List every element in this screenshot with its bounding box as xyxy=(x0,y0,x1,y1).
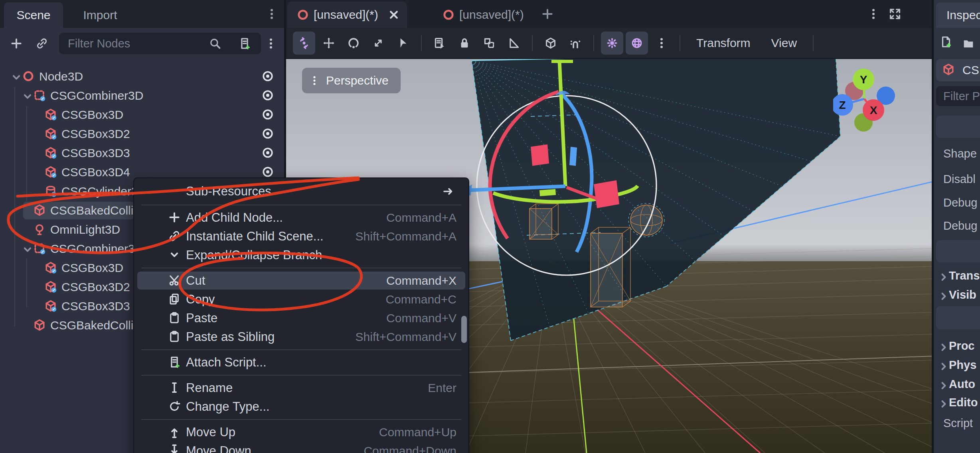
inspector-section-auto[interactable]: Auto xyxy=(934,376,980,392)
menu-item-sub-resources[interactable]: Sub-Resources xyxy=(134,181,468,201)
menu-item-label: Change Type... xyxy=(186,400,270,414)
tree-item-label: CSGBox3D xyxy=(61,261,123,275)
context-menu-scrollbar[interactable] xyxy=(461,316,467,343)
attach-script-toolbar-button[interactable] xyxy=(238,37,252,51)
filter-properties-input[interactable]: Filter P xyxy=(936,86,980,106)
tree-item-csgbox3d3[interactable]: CSGBox3D3 xyxy=(0,144,284,163)
tree-spacer xyxy=(21,224,33,236)
tree-item-csgcombiner3d[interactable]: CSGCombiner3D xyxy=(0,86,284,105)
chevron-right-icon xyxy=(937,270,947,281)
tree-spacer xyxy=(32,262,44,274)
preview-sun-button[interactable] xyxy=(601,32,623,55)
tree-item-csgbox3d[interactable]: CSGBox3D xyxy=(0,105,284,124)
group-node-button[interactable] xyxy=(478,32,500,55)
menu-item-label: Paste as Sibling xyxy=(186,330,275,344)
godot-editor: Scene Import Node3DCSGCombiner3DCSGBox3D… xyxy=(0,0,980,453)
menu-item-paste[interactable]: PasteCommand+V xyxy=(134,309,468,327)
visibility-eye-icon[interactable] xyxy=(261,69,275,84)
menu-transform[interactable]: Transform xyxy=(686,36,761,50)
toolbar-separator xyxy=(593,35,594,51)
chevron-right-icon xyxy=(937,397,947,408)
new-resource-icon[interactable] xyxy=(939,35,957,54)
inspector-section-trans[interactable]: Trans xyxy=(934,267,980,284)
tree-item-label: OmniLight3D xyxy=(50,223,120,236)
arrow-right-icon xyxy=(441,185,455,198)
move-tool-button[interactable] xyxy=(318,32,340,55)
tree-item-csgbox3d2[interactable]: CSGBox3D2 xyxy=(0,124,284,144)
inspector-section-edito[interactable]: Edito xyxy=(934,394,980,411)
tab-import[interactable]: Import xyxy=(70,2,130,28)
menu-item-cut[interactable]: CutCommand+X xyxy=(134,271,468,290)
menu-item-move-down[interactable]: Move DownCommand+Down xyxy=(134,441,468,453)
change-type-icon xyxy=(168,400,182,414)
tree-collapse-icon[interactable] xyxy=(21,243,33,255)
tree-spacer xyxy=(32,300,44,312)
visibility-eye-icon[interactable] xyxy=(261,108,275,122)
tab-scene[interactable]: Scene xyxy=(4,2,63,28)
add-node-button[interactable] xyxy=(10,37,23,50)
inspector-section-visib[interactable]: Visib xyxy=(934,286,980,303)
visibility-eye-icon[interactable] xyxy=(261,127,275,141)
select-mode-button[interactable] xyxy=(429,32,451,55)
filter-nodes-input[interactable] xyxy=(59,33,261,54)
omni-light-icon xyxy=(33,223,47,237)
tree-spacer xyxy=(32,109,44,121)
menu-item-instantiate-child-scene[interactable]: Instantiate Child Scene...Shift+Command+… xyxy=(134,227,468,246)
inspector-section-proc[interactable]: Proc xyxy=(934,337,980,354)
snap-toggle-button[interactable] xyxy=(564,32,587,55)
menu-view[interactable]: View xyxy=(761,36,807,50)
perspective-button[interactable]: Perspective xyxy=(302,68,401,93)
chevron-right-icon xyxy=(937,290,947,300)
lock-node-button[interactable] xyxy=(453,32,476,55)
inspector-property-button[interactable] xyxy=(936,240,980,262)
menu-shortcut: Command+V xyxy=(386,311,456,325)
list-select-tool-button[interactable] xyxy=(392,32,414,55)
visibility-eye-icon[interactable] xyxy=(261,89,275,103)
preview-environment-button[interactable] xyxy=(626,32,648,55)
menu-item-change-type[interactable]: Change Type... xyxy=(134,397,468,416)
menu-item-label: Add Child Node... xyxy=(186,211,283,225)
tree-item-label: CSGBakedCollis xyxy=(50,319,139,332)
menu-item-paste-as-sibling[interactable]: Paste as SiblingShift+Command+V xyxy=(134,327,468,346)
ruler-mode-button[interactable] xyxy=(503,32,525,55)
tree-menu-icon[interactable] xyxy=(264,37,278,50)
inspector-property-button[interactable] xyxy=(936,306,980,329)
node3d-icon xyxy=(22,69,36,84)
tree-item-node3d[interactable]: Node3D xyxy=(0,67,284,86)
tree-item-label: Node3D xyxy=(39,70,83,83)
tab-inspector[interactable]: Inspec xyxy=(936,2,980,28)
csg-baked-icon xyxy=(33,318,47,333)
instantiate-scene-button[interactable] xyxy=(35,37,49,50)
visibility-eye-icon[interactable] xyxy=(261,146,275,160)
copy-icon xyxy=(168,292,182,307)
axis-navigation-gizmo[interactable]: Y Z X xyxy=(833,68,897,132)
dock-menu-icon[interactable] xyxy=(265,7,279,21)
scene-tabs-menu-icon[interactable] xyxy=(867,7,880,21)
new-scene-tab-button[interactable] xyxy=(541,7,555,22)
menu-item-add-child-node[interactable]: Add Child Node...Command+A xyxy=(134,208,468,227)
scale-tool-button[interactable] xyxy=(367,32,389,55)
menu-item-copy[interactable]: CopyCommand+C xyxy=(134,290,468,309)
load-resource-icon[interactable] xyxy=(962,37,978,53)
menu-separator xyxy=(134,416,468,423)
rotate-tool-button[interactable] xyxy=(342,32,365,55)
inspector-label-debug: Debug xyxy=(934,194,980,211)
tree-collapse-icon[interactable] xyxy=(21,90,33,102)
menu-item-attach-script[interactable]: Attach Script... xyxy=(134,353,468,372)
menu-item-move-up[interactable]: Move UpCommand+Up xyxy=(134,423,468,441)
csg-combiner-icon xyxy=(33,242,47,256)
local-space-button[interactable] xyxy=(539,32,562,55)
inspector-section-phys[interactable]: Phys xyxy=(934,356,980,373)
scene-tab-1[interactable]: [unsaved](*) xyxy=(287,2,407,28)
select-tool-button[interactable] xyxy=(293,32,315,55)
menu-item-rename[interactable]: RenameEnter xyxy=(134,378,468,397)
menu-item-expand-collapse-branch[interactable]: Expand/Collapse Branch xyxy=(134,246,468,264)
inspector-property-button[interactable] xyxy=(936,116,980,138)
inspected-node-chip[interactable]: CS xyxy=(936,59,980,81)
tree-collapse-icon[interactable] xyxy=(10,71,22,83)
tree-spacer xyxy=(32,281,44,293)
more-options-button[interactable] xyxy=(650,32,673,55)
distraction-free-icon[interactable] xyxy=(888,7,903,22)
close-icon[interactable] xyxy=(387,8,401,22)
scene-tab-2[interactable]: [unsaved](*) xyxy=(433,2,534,28)
